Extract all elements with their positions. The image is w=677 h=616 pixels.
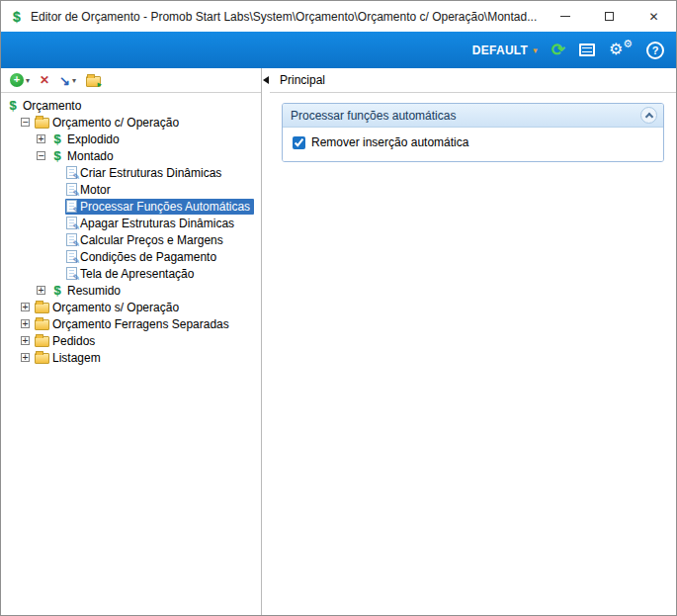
script-icon bbox=[66, 200, 77, 213]
move-node-button[interactable] bbox=[56, 74, 79, 87]
expand-expander-icon[interactable]: + bbox=[37, 134, 45, 143]
add-icon bbox=[10, 73, 24, 87]
folder-icon bbox=[35, 118, 49, 129]
tree-item-label: Orçamento c/ Operação bbox=[52, 116, 179, 130]
tree-item-motor[interactable]: Motor bbox=[1, 181, 261, 198]
gear-icon bbox=[623, 39, 633, 49]
tree-item-listagem[interactable]: + Listagem bbox=[1, 349, 261, 366]
tree-item-label: Processar Funções Automáticas bbox=[80, 200, 250, 214]
script-icon bbox=[66, 233, 77, 246]
chevron-down-icon bbox=[533, 45, 538, 55]
script-icon bbox=[66, 217, 77, 229]
tree-item-label: Resumido bbox=[67, 284, 121, 298]
tree-item-label: Tela de Apresentação bbox=[80, 267, 194, 281]
script-icon bbox=[66, 166, 77, 179]
budget-dollar-icon bbox=[50, 284, 64, 297]
chevron-down-icon bbox=[72, 76, 76, 85]
app-window: Editor de Orçamento - Promob Start Labs\… bbox=[0, 0, 677, 616]
open-folder-icon bbox=[86, 76, 101, 87]
gear-icon bbox=[609, 42, 623, 57]
tree-item-orcamento-ferragens-separadas[interactable]: + Orçamento Ferragens Separadas bbox=[1, 315, 261, 332]
tree-item-processar-funcoes-automaticas[interactable]: Processar Funções Automáticas bbox=[1, 198, 261, 215]
tree-toolbar bbox=[1, 68, 261, 93]
tree-item-pedidos[interactable]: + Pedidos bbox=[1, 332, 261, 349]
group-body: Remover inserção automática bbox=[283, 128, 663, 161]
expand-expander-icon[interactable]: + bbox=[21, 336, 30, 345]
close-icon bbox=[648, 10, 658, 24]
tree-item-label: Condições de Pagamento bbox=[80, 250, 216, 264]
budget-dollar-icon bbox=[50, 132, 64, 145]
script-icon bbox=[66, 250, 77, 263]
tree-item-label: Listagem bbox=[52, 351, 101, 365]
tree-item-criar-estruturas-dinamicas[interactable]: Criar Estruturas Dinâmicas bbox=[1, 164, 261, 181]
checkbox-label: Remover inserção automática bbox=[311, 135, 468, 149]
collapse-expander-icon[interactable]: − bbox=[21, 118, 30, 127]
tree-item-calcular-precos-e-margens[interactable]: Calcular Preços e Margens bbox=[1, 231, 261, 248]
panel-header-title: Principal bbox=[280, 73, 325, 87]
collapse-expander-icon[interactable]: − bbox=[37, 151, 45, 160]
tree-item-label: Montado bbox=[67, 149, 114, 163]
collapse-group-button[interactable] bbox=[640, 107, 657, 124]
window-title: Editor de Orçamento - Promob Start Labs\… bbox=[31, 10, 543, 24]
folder-icon bbox=[35, 319, 49, 330]
tree-item-label: Motor bbox=[80, 183, 111, 197]
open-folder-button[interactable] bbox=[83, 74, 104, 87]
chevron-down-icon bbox=[26, 76, 30, 85]
maximize-icon bbox=[605, 12, 614, 21]
tree-item-orcamento-c-operacao[interactable]: − Orçamento c/ Operação bbox=[1, 114, 261, 131]
tree-item-explodido[interactable]: + Explodido bbox=[1, 131, 261, 147]
minimize-button[interactable] bbox=[543, 1, 587, 32]
tree-item-apagar-estruturas-dinamicas[interactable]: Apagar Estruturas Dinâmicas bbox=[1, 215, 261, 231]
script-icon bbox=[66, 183, 77, 196]
tree-item-tela-de-apresentacao[interactable]: Tela de Apresentação bbox=[1, 265, 261, 282]
tree-item-resumido[interactable]: + Resumido bbox=[1, 282, 261, 299]
remove-auto-insert-checkbox[interactable] bbox=[293, 136, 305, 149]
folder-icon bbox=[35, 303, 49, 313]
panel-header: Principal bbox=[270, 68, 676, 93]
maximize-button[interactable] bbox=[587, 1, 632, 32]
tree-item-label: Orçamento bbox=[23, 99, 81, 113]
tree-item-condicoes-de-pagamento[interactable]: Condições de Pagamento bbox=[1, 248, 261, 265]
budget-dollar-icon bbox=[6, 99, 20, 112]
budget-tree: Orçamento − Orçamento c/ Operação + Expl… bbox=[1, 93, 261, 615]
settings-gears-icon[interactable] bbox=[609, 41, 633, 60]
default-dropdown[interactable]: DEFAULT bbox=[472, 44, 538, 57]
panel-body: Processar funções automáticas Remover in… bbox=[270, 93, 676, 615]
command-bar: DEFAULT bbox=[1, 32, 676, 68]
delete-icon bbox=[40, 74, 49, 86]
tree-item-montado[interactable]: − Montado bbox=[1, 147, 261, 164]
move-arrow-icon bbox=[59, 74, 70, 87]
tree-item-orcamento-s-operacao[interactable]: + Orçamento s/ Operação bbox=[1, 299, 261, 315]
main-content: Orçamento − Orçamento c/ Operação + Expl… bbox=[1, 68, 676, 615]
folder-icon bbox=[35, 353, 49, 364]
detail-panel: Principal Processar funções automáticas … bbox=[270, 68, 676, 615]
tree-item-orcamento[interactable]: Orçamento bbox=[1, 97, 261, 114]
tree-item-label: Apagar Estruturas Dinâmicas bbox=[80, 217, 234, 230]
expand-expander-icon[interactable]: + bbox=[21, 353, 30, 362]
group-header[interactable]: Processar funções automáticas bbox=[283, 104, 663, 128]
expand-expander-icon[interactable]: + bbox=[37, 286, 45, 295]
tree-item-label: Criar Estruturas Dinâmicas bbox=[80, 166, 221, 180]
tree-panel: Orçamento − Orçamento c/ Operação + Expl… bbox=[1, 68, 261, 615]
tree-item-label: Orçamento s/ Operação bbox=[52, 301, 179, 314]
tree-item-label: Explodido bbox=[67, 132, 120, 146]
collapse-panel-icon[interactable] bbox=[263, 76, 269, 84]
expand-expander-icon[interactable]: + bbox=[21, 319, 30, 328]
budget-dollar-icon bbox=[50, 149, 64, 162]
help-icon[interactable] bbox=[646, 42, 664, 59]
delete-node-button[interactable] bbox=[37, 74, 52, 86]
tree-item-label: Orçamento Ferragens Separadas bbox=[52, 317, 229, 331]
tree-item-label: Calcular Preços e Margens bbox=[80, 233, 223, 247]
folder-icon bbox=[35, 336, 49, 347]
tree-item-label: Pedidos bbox=[52, 334, 95, 348]
panel-splitter[interactable] bbox=[261, 68, 270, 615]
refresh-icon[interactable] bbox=[551, 42, 565, 58]
close-button[interactable] bbox=[632, 1, 676, 32]
view-list-icon[interactable] bbox=[579, 44, 595, 56]
expand-expander-icon[interactable]: + bbox=[21, 303, 30, 311]
minimize-icon bbox=[560, 16, 570, 17]
script-icon bbox=[66, 267, 77, 280]
remove-auto-insert-option[interactable]: Remover inserção automática bbox=[293, 135, 653, 149]
title-bar: Editor de Orçamento - Promob Start Labs\… bbox=[1, 1, 676, 32]
add-node-button[interactable] bbox=[7, 73, 33, 87]
